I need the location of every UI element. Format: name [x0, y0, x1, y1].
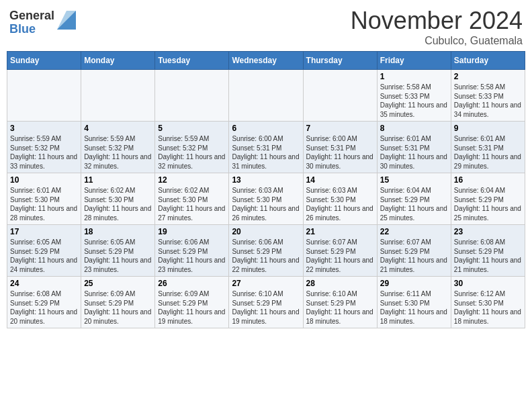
calendar-cell: 8Sunrise: 6:01 AMSunset: 5:31 PMDaylight…	[377, 122, 451, 173]
day-info: Sunrise: 6:00 AMSunset: 5:31 PMDaylight:…	[232, 134, 300, 171]
day-info: Sunrise: 6:09 AMSunset: 5:29 PMDaylight:…	[84, 289, 152, 326]
logo-blue-text: Blue	[9, 23, 54, 36]
calendar-cell: 4Sunrise: 5:59 AMSunset: 5:32 PMDaylight…	[81, 122, 155, 173]
calendar-cell: 18Sunrise: 6:05 AMSunset: 5:29 PMDayligh…	[81, 225, 155, 277]
day-info: Sunrise: 6:02 AMSunset: 5:30 PMDaylight:…	[158, 186, 226, 222]
day-number: 7	[306, 124, 374, 133]
calendar-cell: 26Sunrise: 6:09 AMSunset: 5:29 PMDayligh…	[155, 277, 229, 328]
calendar-cell: 30Sunrise: 6:12 AMSunset: 5:30 PMDayligh…	[451, 277, 525, 328]
day-number: 10	[10, 175, 78, 185]
calendar-cell: 3Sunrise: 5:59 AMSunset: 5:32 PMDaylight…	[7, 122, 81, 173]
day-number: 4	[84, 124, 152, 133]
calendar-cell: 14Sunrise: 6:03 AMSunset: 5:30 PMDayligh…	[303, 173, 377, 225]
day-info: Sunrise: 6:00 AMSunset: 5:31 PMDaylight:…	[306, 134, 374, 171]
weekday-header-saturday: Saturday	[451, 52, 525, 70]
day-number: 13	[232, 175, 300, 185]
day-info: Sunrise: 6:05 AMSunset: 5:29 PMDaylight:…	[84, 238, 152, 274]
day-number: 6	[232, 124, 300, 133]
day-number: 8	[380, 124, 448, 133]
day-info: Sunrise: 6:04 AMSunset: 5:29 PMDaylight:…	[454, 186, 522, 222]
calendar-cell	[7, 70, 81, 122]
calendar-cell: 20Sunrise: 6:06 AMSunset: 5:29 PMDayligh…	[229, 225, 303, 277]
day-info: Sunrise: 6:11 AMSunset: 5:30 PMDaylight:…	[380, 289, 448, 326]
calendar-header: SundayMondayTuesdayWednesdayThursdayFrid…	[7, 52, 525, 70]
day-info: Sunrise: 6:02 AMSunset: 5:30 PMDaylight:…	[84, 186, 152, 222]
calendar-cell: 13Sunrise: 6:03 AMSunset: 5:30 PMDayligh…	[229, 173, 303, 225]
day-info: Sunrise: 5:59 AMSunset: 5:32 PMDaylight:…	[158, 134, 226, 171]
day-info: Sunrise: 6:03 AMSunset: 5:30 PMDaylight:…	[306, 186, 374, 222]
day-number: 5	[158, 124, 226, 133]
calendar-cell	[229, 70, 303, 122]
calendar-cell	[303, 70, 377, 122]
weekday-header-wednesday: Wednesday	[229, 52, 303, 70]
day-number: 29	[380, 279, 448, 288]
calendar-cell: 28Sunrise: 6:10 AMSunset: 5:29 PMDayligh…	[303, 277, 377, 328]
calendar-week-3: 10Sunrise: 6:01 AMSunset: 5:30 PMDayligh…	[7, 173, 525, 225]
day-info: Sunrise: 6:10 AMSunset: 5:29 PMDaylight:…	[232, 289, 300, 326]
day-number: 18	[84, 227, 152, 236]
calendar-cell: 27Sunrise: 6:10 AMSunset: 5:29 PMDayligh…	[229, 277, 303, 328]
title-block: November 2024 Cubulco, Guatemala	[351, 7, 523, 47]
day-number: 14	[306, 175, 374, 185]
day-info: Sunrise: 6:06 AMSunset: 5:29 PMDaylight:…	[158, 238, 226, 274]
calendar-cell: 29Sunrise: 6:11 AMSunset: 5:30 PMDayligh…	[377, 277, 451, 328]
location: Cubulco, Guatemala	[351, 35, 523, 47]
calendar-week-2: 3Sunrise: 5:59 AMSunset: 5:32 PMDaylight…	[7, 122, 525, 173]
calendar-cell: 12Sunrise: 6:02 AMSunset: 5:30 PMDayligh…	[155, 173, 229, 225]
day-info: Sunrise: 5:58 AMSunset: 5:33 PMDaylight:…	[454, 83, 522, 119]
day-info: Sunrise: 6:07 AMSunset: 5:29 PMDaylight:…	[306, 238, 374, 274]
page-header: General Blue November 2024 Cubulco, Guat…	[7, 7, 525, 47]
day-info: Sunrise: 6:05 AMSunset: 5:29 PMDaylight:…	[10, 238, 78, 274]
calendar-cell: 1Sunrise: 5:58 AMSunset: 5:33 PMDaylight…	[377, 70, 451, 122]
day-info: Sunrise: 6:12 AMSunset: 5:30 PMDaylight:…	[454, 289, 522, 326]
calendar-cell: 25Sunrise: 6:09 AMSunset: 5:29 PMDayligh…	[81, 277, 155, 328]
calendar-cell: 11Sunrise: 6:02 AMSunset: 5:30 PMDayligh…	[81, 173, 155, 225]
day-number: 26	[158, 279, 226, 288]
day-number: 17	[10, 227, 78, 236]
day-info: Sunrise: 6:04 AMSunset: 5:29 PMDaylight:…	[380, 186, 448, 222]
calendar-cell: 24Sunrise: 6:08 AMSunset: 5:29 PMDayligh…	[7, 277, 81, 328]
day-info: Sunrise: 6:01 AMSunset: 5:30 PMDaylight:…	[10, 186, 78, 222]
day-number: 24	[10, 279, 78, 288]
calendar-week-4: 17Sunrise: 6:05 AMSunset: 5:29 PMDayligh…	[7, 225, 525, 277]
calendar-cell	[81, 70, 155, 122]
day-info: Sunrise: 6:08 AMSunset: 5:29 PMDaylight:…	[454, 238, 522, 274]
weekday-header-monday: Monday	[81, 52, 155, 70]
day-number: 1	[380, 72, 448, 81]
calendar-cell: 21Sunrise: 6:07 AMSunset: 5:29 PMDayligh…	[303, 225, 377, 277]
calendar-cell: 23Sunrise: 6:08 AMSunset: 5:29 PMDayligh…	[451, 225, 525, 277]
month-title: November 2024	[351, 7, 523, 35]
svg-marker-1	[57, 11, 76, 30]
calendar-table: SundayMondayTuesdayWednesdayThursdayFrid…	[7, 51, 525, 328]
weekday-header-sunday: Sunday	[7, 52, 81, 70]
day-info: Sunrise: 6:01 AMSunset: 5:31 PMDaylight:…	[380, 134, 448, 171]
logo: General Blue	[9, 9, 76, 36]
calendar-cell: 22Sunrise: 6:07 AMSunset: 5:29 PMDayligh…	[377, 225, 451, 277]
day-info: Sunrise: 6:09 AMSunset: 5:29 PMDaylight:…	[158, 289, 226, 326]
calendar-week-1: 1Sunrise: 5:58 AMSunset: 5:33 PMDaylight…	[7, 70, 525, 122]
calendar-cell: 17Sunrise: 6:05 AMSunset: 5:29 PMDayligh…	[7, 225, 81, 277]
day-number: 30	[454, 279, 522, 288]
logo-icon	[57, 11, 76, 30]
day-info: Sunrise: 6:06 AMSunset: 5:29 PMDaylight:…	[232, 238, 300, 274]
day-info: Sunrise: 6:03 AMSunset: 5:30 PMDaylight:…	[232, 186, 300, 222]
calendar-cell: 15Sunrise: 6:04 AMSunset: 5:29 PMDayligh…	[377, 173, 451, 225]
day-number: 9	[454, 124, 522, 133]
day-info: Sunrise: 5:58 AMSunset: 5:33 PMDaylight:…	[380, 83, 448, 119]
day-number: 25	[84, 279, 152, 288]
day-number: 28	[306, 279, 374, 288]
logo-general-text: General	[9, 9, 54, 23]
weekday-header-friday: Friday	[377, 52, 451, 70]
weekday-header-thursday: Thursday	[303, 52, 377, 70]
day-info: Sunrise: 6:07 AMSunset: 5:29 PMDaylight:…	[380, 238, 448, 274]
day-number: 16	[454, 175, 522, 185]
calendar-cell: 16Sunrise: 6:04 AMSunset: 5:29 PMDayligh…	[451, 173, 525, 225]
weekday-header-tuesday: Tuesday	[155, 52, 229, 70]
day-number: 2	[454, 72, 522, 81]
day-number: 15	[380, 175, 448, 185]
day-number: 23	[454, 227, 522, 236]
day-number: 19	[158, 227, 226, 236]
calendar-cell: 6Sunrise: 6:00 AMSunset: 5:31 PMDaylight…	[229, 122, 303, 173]
day-number: 20	[232, 227, 300, 236]
day-info: Sunrise: 6:10 AMSunset: 5:29 PMDaylight:…	[306, 289, 374, 326]
